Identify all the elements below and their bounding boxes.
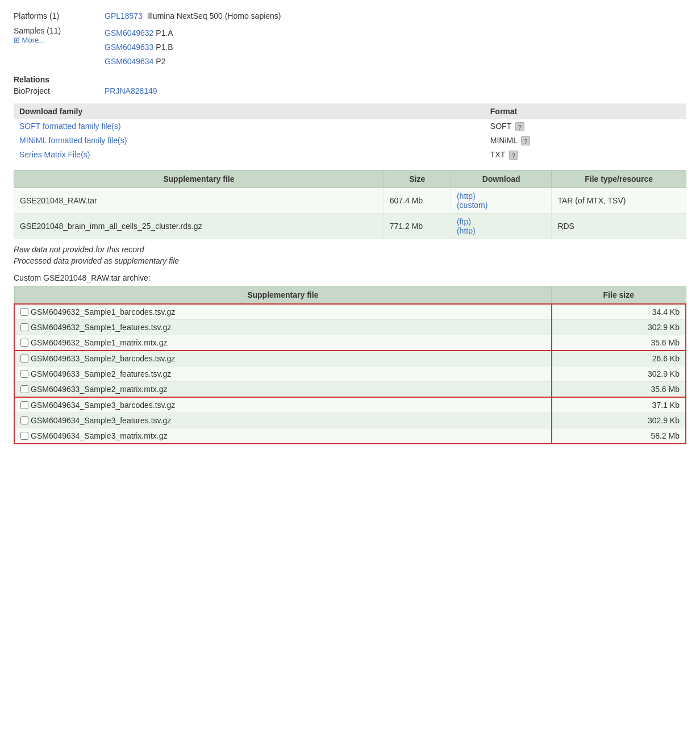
archive-filename: GSM6049634_Sample3_barcodes.tsv.gz xyxy=(31,401,175,410)
download-family-link[interactable]: MINiML formatted family file(s) xyxy=(19,136,127,145)
sample-link[interactable]: GSM6049633 xyxy=(105,43,153,52)
archive-filename: GSM6049634_Sample3_features.tsv.gz xyxy=(31,416,171,425)
sample-item: GSM6049634 P2 xyxy=(105,55,686,69)
archive-checkbox[interactable] xyxy=(20,339,28,347)
archive-checkbox[interactable] xyxy=(20,308,28,316)
download-link[interactable]: (http) xyxy=(457,226,476,235)
download-family-format: TXT ? xyxy=(485,148,686,162)
download-family-row: SOFT formatted family file(s) SOFT ? xyxy=(14,119,686,134)
supp-filetype: TAR (of MTX, TSV) xyxy=(552,188,686,214)
archive-row: GSM6049634_Sample3_features.tsv.gz 302.9… xyxy=(14,413,686,428)
supp-size: 771.2 Mb xyxy=(384,214,451,239)
help-icon[interactable]: ? xyxy=(521,136,530,145)
supp-filetype: RDS xyxy=(552,214,686,239)
archive-filename-cell: GSM6049633_Sample2_features.tsv.gz xyxy=(14,366,552,382)
help-icon[interactable]: ? xyxy=(515,122,524,131)
download-col-family: Download family xyxy=(14,103,485,119)
archive-filename-wrapper: GSM6049632_Sample1_barcodes.tsv.gz xyxy=(20,307,545,316)
archive-filename: GSM6049634_Sample3_matrix.mtx.gz xyxy=(31,431,167,440)
bioproject-link[interactable]: PRJNA828149 xyxy=(105,86,157,95)
archive-filename: GSM6049632_Sample1_barcodes.tsv.gz xyxy=(31,307,175,316)
archive-filename-wrapper: GSM6049634_Sample3_matrix.mtx.gz xyxy=(20,431,545,440)
supp-size: 607.4 Mb xyxy=(384,188,451,214)
archive-filename-wrapper: GSM6049633_Sample2_features.tsv.gz xyxy=(20,369,545,378)
archive-filename-wrapper: GSM6049634_Sample3_features.tsv.gz xyxy=(20,416,545,425)
download-family-format: SOFT ? xyxy=(485,119,686,134)
archive-filename-wrapper: GSM6049632_Sample1_features.tsv.gz xyxy=(20,323,545,332)
archive-row: GSM6049633_Sample2_features.tsv.gz 302.9… xyxy=(14,366,686,382)
sample-link[interactable]: GSM6049634 xyxy=(105,57,153,66)
archive-filename-cell: GSM6049632_Sample1_features.tsv.gz xyxy=(14,320,552,335)
archive-filesize: 35.6 Mb xyxy=(552,335,686,351)
archive-filename: GSM6049632_Sample1_matrix.mtx.gz xyxy=(31,338,167,347)
samples-section: Samples (11) ⊞ More... GSM6049632 P1.AGS… xyxy=(14,26,686,69)
sample-item: GSM6049632 P1.A xyxy=(105,26,686,40)
note: Processed data provided as supplementary… xyxy=(14,256,686,265)
archive-checkbox[interactable] xyxy=(20,385,28,393)
archive-filesize: 58.2 Mb xyxy=(552,428,686,444)
supp-filename: GSE201048_RAW.tar xyxy=(14,188,384,214)
relations-label: BioProject xyxy=(14,86,105,95)
download-link[interactable]: (custom) xyxy=(457,201,488,210)
archive-table: Supplementary fileFile size GSM6049632_S… xyxy=(14,286,686,444)
download-family-link[interactable]: SOFT formatted family file(s) xyxy=(19,122,121,131)
download-link[interactable]: (ftp) xyxy=(457,217,471,226)
archive-filesize: 34.4 Kb xyxy=(552,304,686,320)
archive-filename-cell: GSM6049634_Sample3_features.tsv.gz xyxy=(14,413,552,428)
download-family-format: MINiML ? xyxy=(485,134,686,148)
help-icon[interactable]: ? xyxy=(509,151,518,160)
archive-filesize: 302.9 Kb xyxy=(552,366,686,382)
supp-row: GSE201048_brain_imm_all_cells_25_cluster… xyxy=(14,214,686,239)
platforms-label: Platforms (1) xyxy=(14,11,105,20)
custom-archive-label: Custom GSE201048_RAW.tar archive: xyxy=(14,273,686,282)
archive-row: GSM6049632_Sample1_features.tsv.gz 302.9… xyxy=(14,320,686,335)
download-family-table: Download family Format SOFT formatted fa… xyxy=(14,103,686,163)
archive-row: GSM6049634_Sample3_barcodes.tsv.gz 37.1 … xyxy=(14,397,686,413)
supp-filename: GSE201048_brain_imm_all_cells_25_cluster… xyxy=(14,214,384,239)
samples-list: GSM6049632 P1.AGSM6049633 P1.BGSM6049634… xyxy=(105,26,686,69)
archive-filesize: 302.9 Kb xyxy=(552,320,686,335)
archive-checkbox[interactable] xyxy=(20,401,28,409)
archive-header-0: Supplementary file xyxy=(14,286,552,305)
archive-row: GSM6049633_Sample2_barcodes.tsv.gz 26.6 … xyxy=(14,351,686,366)
download-col-format: Format xyxy=(485,103,686,119)
more-samples-link[interactable]: ⊞ More... xyxy=(14,36,45,44)
archive-filename-cell: GSM6049633_Sample2_barcodes.tsv.gz xyxy=(14,351,552,366)
archive-filename-cell: GSM6049634_Sample3_matrix.mtx.gz xyxy=(14,428,552,444)
archive-checkbox[interactable] xyxy=(20,323,28,331)
platform-description: Illumina NextSeq 500 (Homo sapiens) xyxy=(145,11,281,20)
archive-header-1: File size xyxy=(552,286,686,305)
supp-download: (http)(custom) xyxy=(451,188,551,214)
archive-filename-cell: GSM6049632_Sample1_matrix.mtx.gz xyxy=(14,335,552,351)
supp-header-3: File type/resource xyxy=(552,170,686,188)
archive-filename: GSM6049633_Sample2_barcodes.tsv.gz xyxy=(31,354,175,363)
platforms-section: Platforms (1) GPL18573 Illumina NextSeq … xyxy=(14,11,686,20)
archive-filename-cell: GSM6049632_Sample1_barcodes.tsv.gz xyxy=(14,304,552,320)
download-family-link-cell: MINiML formatted family file(s) xyxy=(14,134,485,148)
relations-title: Relations xyxy=(14,75,686,84)
platform-link[interactable]: GPL18573 xyxy=(105,11,143,20)
note: Raw data not provided for this record xyxy=(14,245,686,254)
download-family-link-cell: Series Matrix File(s) xyxy=(14,148,485,162)
archive-filesize: 302.9 Kb xyxy=(552,413,686,428)
download-family-link[interactable]: Series Matrix File(s) xyxy=(19,150,90,159)
archive-row: GSM6049633_Sample2_matrix.mtx.gz 35.6 Mb xyxy=(14,382,686,398)
archive-filename: GSM6049632_Sample1_features.tsv.gz xyxy=(31,323,171,332)
sample-link[interactable]: GSM6049632 xyxy=(105,28,153,38)
archive-checkbox[interactable] xyxy=(20,416,28,424)
archive-filesize: 35.6 Mb xyxy=(552,382,686,398)
notes-section: Raw data not provided for this recordPro… xyxy=(14,245,686,265)
supplementary-file-table: Supplementary fileSizeDownloadFile type/… xyxy=(14,170,686,239)
archive-filename-wrapper: GSM6049632_Sample1_matrix.mtx.gz xyxy=(20,338,545,347)
download-link[interactable]: (http) xyxy=(457,191,476,201)
archive-header-row: Supplementary fileFile size xyxy=(14,286,686,305)
archive-checkbox[interactable] xyxy=(20,370,28,378)
archive-checkbox[interactable] xyxy=(20,432,28,440)
supp-header-2: Download xyxy=(451,170,551,188)
archive-filesize: 37.1 Kb xyxy=(552,397,686,413)
download-family-link-cell: SOFT formatted family file(s) xyxy=(14,119,485,134)
supp-header-0: Supplementary file xyxy=(14,170,384,188)
archive-filename-cell: GSM6049634_Sample3_barcodes.tsv.gz xyxy=(14,397,552,413)
archive-filename: GSM6049633_Sample2_features.tsv.gz xyxy=(31,369,171,378)
archive-checkbox[interactable] xyxy=(20,355,28,363)
